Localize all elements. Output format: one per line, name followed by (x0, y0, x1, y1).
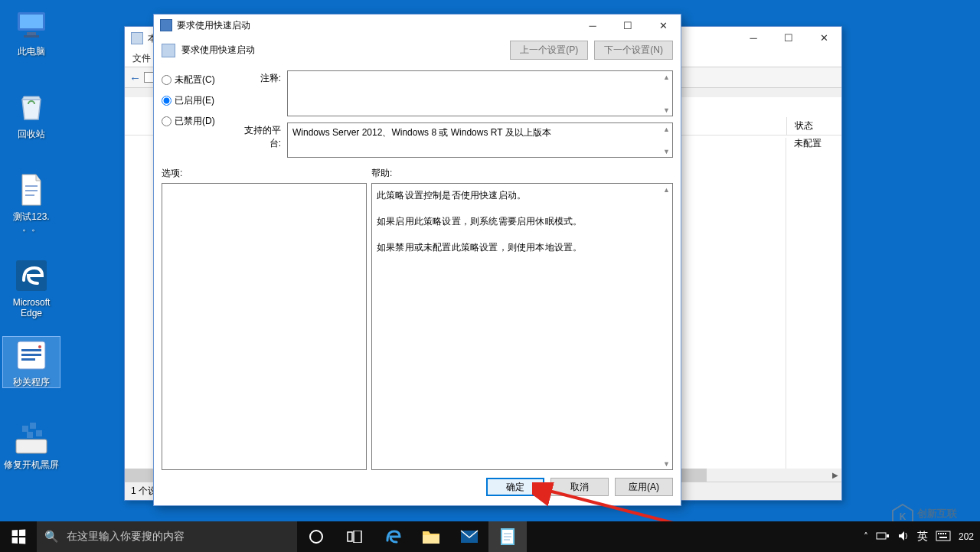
back-icon[interactable]: ← (129, 71, 141, 84)
scroll-down-icon[interactable]: ▼ (661, 458, 672, 469)
taskbar-mail[interactable] (450, 521, 488, 552)
edge-icon (13, 257, 50, 294)
taskbar-edge[interactable] (374, 521, 412, 552)
taskbar-notepad[interactable] (488, 521, 527, 552)
cortana-button[interactable] (297, 521, 335, 552)
scroll-down-icon[interactable]: ▼ (661, 145, 672, 157)
comment-label: 注释: (235, 70, 281, 116)
close-button[interactable]: ✕ (806, 27, 841, 48)
comment-textbox[interactable]: ▲▼ (287, 70, 673, 116)
minimize-button[interactable]: ─ (736, 27, 771, 48)
svg-rect-36 (939, 537, 947, 538)
desktop-icon-bin[interactable]: 回收站 (3, 89, 60, 139)
menu-file[interactable]: 文件 (132, 52, 151, 65)
close-button[interactable]: ✕ (645, 15, 681, 36)
svg-rect-11 (21, 358, 35, 361)
platform-text: Windows Server 2012、Windows 8 或 Windows … (292, 127, 551, 138)
text-file-icon (13, 171, 50, 208)
platform-label: 支持的平台: (235, 122, 281, 158)
ok-button[interactable]: 确定 (486, 478, 544, 496)
mail-icon (460, 530, 479, 544)
apply-button[interactable]: 应用(A) (615, 478, 673, 496)
tray-clock[interactable]: 202 (959, 531, 974, 542)
taskbar: 🔍 在这里输入你要搜的内容 ˄ 英 202 (0, 521, 980, 552)
cancel-button[interactable]: 取消 (550, 478, 609, 496)
radio-label: 已禁用(D) (175, 115, 215, 128)
policy-dialog: 要求使用快速启动 ─ ☐ ✕ 要求使用快速启动 上一个设置(P) 下一个设置(N… (153, 14, 681, 506)
svg-rect-17 (36, 430, 42, 436)
desktop-icon-test[interactable]: 测试123. 。。 (3, 171, 60, 233)
svg-rect-4 (25, 185, 38, 187)
svg-rect-10 (21, 354, 41, 356)
computer-icon (13, 6, 50, 43)
taskbar-explorer[interactable] (412, 521, 450, 552)
radio-label: 已启用(E) (175, 94, 214, 107)
dlg-controls: ─ ☐ ✕ (575, 15, 681, 36)
svg-rect-32 (938, 533, 939, 534)
scroll-up-icon[interactable]: ▲ (661, 184, 672, 195)
svg-rect-15 (30, 423, 36, 429)
radio-not-configured[interactable]: 未配置(C) (162, 73, 229, 87)
platform-textbox: Windows Server 2012、Windows 8 或 Windows … (287, 122, 673, 158)
svg-rect-35 (945, 533, 946, 534)
svg-rect-31 (936, 531, 950, 541)
taskbar-icons (297, 521, 527, 552)
system-tray: ˄ 英 202 (858, 521, 980, 552)
next-setting-button[interactable]: 下一个设置(N) (594, 41, 673, 60)
config-radio-group: 未配置(C) 已启用(E) 已禁用(D) (162, 70, 229, 158)
bgwin-controls: ─ ☐ ✕ (736, 27, 841, 48)
svg-point-12 (38, 345, 41, 348)
minimize-button[interactable]: ─ (575, 15, 610, 36)
desktop-icon-label: 秒关程序 (3, 377, 60, 387)
maximize-button[interactable]: ☐ (771, 27, 806, 48)
radio-input-enabled[interactable] (162, 96, 172, 106)
tray-volume-icon[interactable] (897, 530, 910, 544)
scroll-down-icon[interactable]: ▼ (661, 104, 672, 116)
notepad-icon (499, 527, 516, 547)
scroll-up-icon[interactable]: ▲ (661, 71, 672, 83)
desktop-icon-pc[interactable]: 此电脑 (3, 6, 60, 57)
radio-enabled[interactable]: 已启用(E) (162, 94, 229, 107)
help-paragraph: 如果禁用或未配置此策略设置，则使用本地设置。 (377, 240, 660, 254)
dlg-title: 要求使用快速启动 (177, 19, 250, 32)
svg-rect-2 (27, 32, 36, 35)
app-icon (13, 337, 50, 374)
desktop-icon-label: 测试123. 。。 (3, 211, 60, 233)
search-box[interactable]: 🔍 在这里输入你要搜的内容 (37, 521, 297, 552)
radio-disabled[interactable]: 已禁用(D) (162, 115, 229, 128)
svg-rect-30 (887, 534, 889, 537)
column-header-status[interactable]: 状态 (786, 117, 841, 135)
desktop-icon-fix[interactable]: 修复开机黑屏 (3, 420, 60, 470)
scroll-up-icon[interactable]: ▲ (661, 123, 672, 135)
bgwin-icon (131, 32, 143, 44)
tray-chevron-up-icon[interactable]: ˄ (864, 531, 868, 542)
radio-input-disabled[interactable] (162, 116, 172, 126)
scroll-right-icon[interactable]: ▶ (828, 469, 841, 482)
desktop-icon-edge[interactable]: Microsoft Edge (3, 257, 60, 318)
svg-rect-33 (940, 533, 942, 534)
svg-rect-1 (20, 15, 43, 28)
dlg-titlebar[interactable]: 要求使用快速启动 ─ ☐ ✕ (154, 15, 681, 36)
desktop-icon-label: 回收站 (3, 129, 60, 139)
desktop-icon-shutdown[interactable]: 秒关程序 (3, 337, 60, 387)
maximize-button[interactable]: ☐ (610, 15, 645, 36)
svg-rect-6 (25, 194, 34, 196)
radio-input-not-configured[interactable] (162, 75, 172, 85)
svg-rect-34 (942, 533, 944, 534)
dlg-icon (160, 19, 172, 31)
tray-ime[interactable]: 英 (917, 530, 928, 544)
tray-input-icon[interactable] (876, 531, 890, 544)
svg-rect-21 (348, 532, 352, 541)
start-button[interactable] (0, 521, 37, 552)
dialog-buttons: 确定 取消 应用(A) (154, 470, 681, 505)
prev-setting-button[interactable]: 上一个设置(P) (510, 41, 588, 60)
options-pane (162, 183, 367, 470)
dlg-subtitle-row: 要求使用快速启动 上一个设置(P) 下一个设置(N) (154, 36, 681, 64)
desktop-icon-label: 修复开机黑屏 (3, 459, 60, 470)
tray-keyboard-icon[interactable] (936, 531, 951, 544)
svg-rect-9 (21, 349, 41, 351)
taskview-button[interactable] (335, 521, 374, 552)
svg-rect-13 (16, 439, 47, 453)
desktop-icon-label: Microsoft Edge (3, 297, 60, 318)
svg-rect-5 (25, 190, 38, 191)
